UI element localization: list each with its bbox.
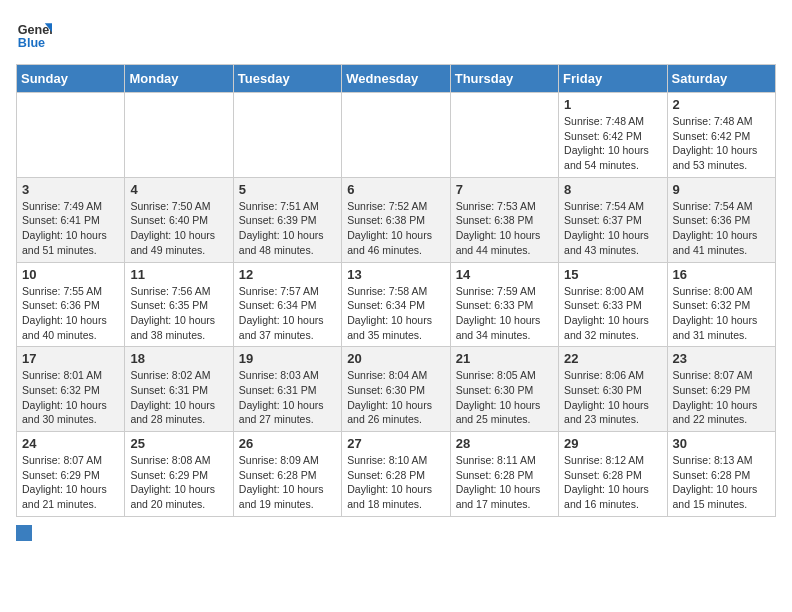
- day-number: 1: [564, 97, 661, 112]
- day-number: 18: [130, 351, 227, 366]
- calendar-table: SundayMondayTuesdayWednesdayThursdayFrid…: [16, 64, 776, 517]
- calendar-day-cell: 11Sunrise: 7:56 AMSunset: 6:35 PMDayligh…: [125, 262, 233, 347]
- day-number: 3: [22, 182, 119, 197]
- day-number: 25: [130, 436, 227, 451]
- day-number: 20: [347, 351, 444, 366]
- day-header: Monday: [125, 65, 233, 93]
- day-number: 15: [564, 267, 661, 282]
- day-info: Sunrise: 8:07 AMSunset: 6:29 PMDaylight:…: [22, 453, 119, 512]
- legend-color-box: [16, 525, 32, 541]
- page-header: General Blue: [16, 16, 776, 52]
- day-number: 27: [347, 436, 444, 451]
- day-number: 17: [22, 351, 119, 366]
- calendar-day-cell: 27Sunrise: 8:10 AMSunset: 6:28 PMDayligh…: [342, 432, 450, 517]
- day-info: Sunrise: 7:49 AMSunset: 6:41 PMDaylight:…: [22, 199, 119, 258]
- day-info: Sunrise: 7:59 AMSunset: 6:33 PMDaylight:…: [456, 284, 553, 343]
- calendar-day-cell: 9Sunrise: 7:54 AMSunset: 6:36 PMDaylight…: [667, 177, 775, 262]
- calendar-day-cell: 25Sunrise: 8:08 AMSunset: 6:29 PMDayligh…: [125, 432, 233, 517]
- day-info: Sunrise: 8:08 AMSunset: 6:29 PMDaylight:…: [130, 453, 227, 512]
- day-info: Sunrise: 8:06 AMSunset: 6:30 PMDaylight:…: [564, 368, 661, 427]
- calendar-day-cell: 4Sunrise: 7:50 AMSunset: 6:40 PMDaylight…: [125, 177, 233, 262]
- calendar-day-cell: 12Sunrise: 7:57 AMSunset: 6:34 PMDayligh…: [233, 262, 341, 347]
- calendar-day-cell: [125, 93, 233, 178]
- day-info: Sunrise: 7:52 AMSunset: 6:38 PMDaylight:…: [347, 199, 444, 258]
- calendar-day-cell: 1Sunrise: 7:48 AMSunset: 6:42 PMDaylight…: [559, 93, 667, 178]
- calendar-week-row: 17Sunrise: 8:01 AMSunset: 6:32 PMDayligh…: [17, 347, 776, 432]
- calendar-day-cell: 14Sunrise: 7:59 AMSunset: 6:33 PMDayligh…: [450, 262, 558, 347]
- day-number: 12: [239, 267, 336, 282]
- calendar-day-cell: 6Sunrise: 7:52 AMSunset: 6:38 PMDaylight…: [342, 177, 450, 262]
- day-info: Sunrise: 7:55 AMSunset: 6:36 PMDaylight:…: [22, 284, 119, 343]
- day-number: 13: [347, 267, 444, 282]
- day-number: 21: [456, 351, 553, 366]
- day-info: Sunrise: 8:10 AMSunset: 6:28 PMDaylight:…: [347, 453, 444, 512]
- calendar-week-row: 3Sunrise: 7:49 AMSunset: 6:41 PMDaylight…: [17, 177, 776, 262]
- calendar-day-cell: 29Sunrise: 8:12 AMSunset: 6:28 PMDayligh…: [559, 432, 667, 517]
- calendar-day-cell: 2Sunrise: 7:48 AMSunset: 6:42 PMDaylight…: [667, 93, 775, 178]
- day-header: Saturday: [667, 65, 775, 93]
- calendar-day-cell: 7Sunrise: 7:53 AMSunset: 6:38 PMDaylight…: [450, 177, 558, 262]
- day-number: 23: [673, 351, 770, 366]
- day-number: 10: [22, 267, 119, 282]
- day-header: Sunday: [17, 65, 125, 93]
- day-info: Sunrise: 7:48 AMSunset: 6:42 PMDaylight:…: [673, 114, 770, 173]
- day-info: Sunrise: 7:57 AMSunset: 6:34 PMDaylight:…: [239, 284, 336, 343]
- calendar-day-cell: 18Sunrise: 8:02 AMSunset: 6:31 PMDayligh…: [125, 347, 233, 432]
- day-number: 11: [130, 267, 227, 282]
- day-number: 2: [673, 97, 770, 112]
- calendar-day-cell: 19Sunrise: 8:03 AMSunset: 6:31 PMDayligh…: [233, 347, 341, 432]
- day-number: 16: [673, 267, 770, 282]
- calendar-week-row: 10Sunrise: 7:55 AMSunset: 6:36 PMDayligh…: [17, 262, 776, 347]
- day-number: 22: [564, 351, 661, 366]
- day-info: Sunrise: 8:04 AMSunset: 6:30 PMDaylight:…: [347, 368, 444, 427]
- day-info: Sunrise: 7:51 AMSunset: 6:39 PMDaylight:…: [239, 199, 336, 258]
- calendar-day-cell: 15Sunrise: 8:00 AMSunset: 6:33 PMDayligh…: [559, 262, 667, 347]
- calendar-day-cell: 20Sunrise: 8:04 AMSunset: 6:30 PMDayligh…: [342, 347, 450, 432]
- day-number: 19: [239, 351, 336, 366]
- day-info: Sunrise: 8:05 AMSunset: 6:30 PMDaylight:…: [456, 368, 553, 427]
- calendar-day-cell: [17, 93, 125, 178]
- calendar-day-cell: 10Sunrise: 7:55 AMSunset: 6:36 PMDayligh…: [17, 262, 125, 347]
- day-number: 29: [564, 436, 661, 451]
- day-info: Sunrise: 8:07 AMSunset: 6:29 PMDaylight:…: [673, 368, 770, 427]
- day-info: Sunrise: 8:12 AMSunset: 6:28 PMDaylight:…: [564, 453, 661, 512]
- day-info: Sunrise: 7:56 AMSunset: 6:35 PMDaylight:…: [130, 284, 227, 343]
- calendar-day-cell: [233, 93, 341, 178]
- day-info: Sunrise: 7:54 AMSunset: 6:37 PMDaylight:…: [564, 199, 661, 258]
- calendar-day-cell: 26Sunrise: 8:09 AMSunset: 6:28 PMDayligh…: [233, 432, 341, 517]
- calendar-week-row: 24Sunrise: 8:07 AMSunset: 6:29 PMDayligh…: [17, 432, 776, 517]
- day-number: 5: [239, 182, 336, 197]
- day-number: 28: [456, 436, 553, 451]
- svg-text:Blue: Blue: [18, 36, 45, 50]
- calendar-day-cell: 28Sunrise: 8:11 AMSunset: 6:28 PMDayligh…: [450, 432, 558, 517]
- day-info: Sunrise: 8:01 AMSunset: 6:32 PMDaylight:…: [22, 368, 119, 427]
- calendar-header-row: SundayMondayTuesdayWednesdayThursdayFrid…: [17, 65, 776, 93]
- day-info: Sunrise: 8:09 AMSunset: 6:28 PMDaylight:…: [239, 453, 336, 512]
- day-number: 30: [673, 436, 770, 451]
- calendar-day-cell: 24Sunrise: 8:07 AMSunset: 6:29 PMDayligh…: [17, 432, 125, 517]
- day-info: Sunrise: 7:54 AMSunset: 6:36 PMDaylight:…: [673, 199, 770, 258]
- day-header: Tuesday: [233, 65, 341, 93]
- day-info: Sunrise: 8:00 AMSunset: 6:33 PMDaylight:…: [564, 284, 661, 343]
- calendar-day-cell: [450, 93, 558, 178]
- day-info: Sunrise: 7:58 AMSunset: 6:34 PMDaylight:…: [347, 284, 444, 343]
- calendar-day-cell: 21Sunrise: 8:05 AMSunset: 6:30 PMDayligh…: [450, 347, 558, 432]
- day-number: 4: [130, 182, 227, 197]
- day-number: 6: [347, 182, 444, 197]
- day-number: 24: [22, 436, 119, 451]
- calendar-day-cell: 30Sunrise: 8:13 AMSunset: 6:28 PMDayligh…: [667, 432, 775, 517]
- calendar-day-cell: 22Sunrise: 8:06 AMSunset: 6:30 PMDayligh…: [559, 347, 667, 432]
- day-info: Sunrise: 8:02 AMSunset: 6:31 PMDaylight:…: [130, 368, 227, 427]
- day-info: Sunrise: 7:53 AMSunset: 6:38 PMDaylight:…: [456, 199, 553, 258]
- day-header: Thursday: [450, 65, 558, 93]
- day-number: 9: [673, 182, 770, 197]
- day-info: Sunrise: 8:11 AMSunset: 6:28 PMDaylight:…: [456, 453, 553, 512]
- day-info: Sunrise: 8:13 AMSunset: 6:28 PMDaylight:…: [673, 453, 770, 512]
- calendar-day-cell: 8Sunrise: 7:54 AMSunset: 6:37 PMDaylight…: [559, 177, 667, 262]
- calendar-day-cell: 13Sunrise: 7:58 AMSunset: 6:34 PMDayligh…: [342, 262, 450, 347]
- logo: General Blue: [16, 16, 52, 52]
- day-info: Sunrise: 8:03 AMSunset: 6:31 PMDaylight:…: [239, 368, 336, 427]
- day-info: Sunrise: 7:48 AMSunset: 6:42 PMDaylight:…: [564, 114, 661, 173]
- calendar-day-cell: 17Sunrise: 8:01 AMSunset: 6:32 PMDayligh…: [17, 347, 125, 432]
- calendar-day-cell: 23Sunrise: 8:07 AMSunset: 6:29 PMDayligh…: [667, 347, 775, 432]
